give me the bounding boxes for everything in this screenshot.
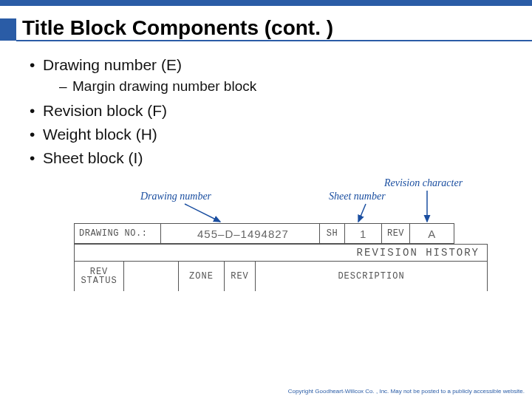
callout-arrows [74,180,488,225]
bullet-weight-block: Weight block (H) [30,126,502,143]
callouts: Drawing number Sheet number Revision cha… [74,180,480,210]
bullet-sheet-block: Sheet block (I) [30,149,502,167]
col-zone: ZONE [179,262,225,291]
bullet-text: Drawing number (E) [43,56,182,73]
top-bar [0,0,532,6]
footer-copyright: Copyright Goodheart-Willcox Co. , Inc. M… [288,388,525,395]
figure: Drawing number Sheet number Revision cha… [74,180,480,306]
bullet-revision-block: Revision block (F) [30,102,502,120]
bullet-list: Drawing number (E) Margin drawing number… [30,56,502,167]
sh-label: SH [320,223,345,244]
title-block: Title Block Components (cont. ) [0,16,532,41]
col-status-blank [124,262,179,291]
svg-line-0 [185,204,220,222]
col-description: DESCRIPTION [256,262,488,291]
body: Drawing number (E) Margin drawing number… [0,41,532,306]
col-rev-line2: STATUS [81,276,117,285]
slide-title: Title Block Components (cont. ) [16,16,333,41]
col-rev2: REV [225,262,256,291]
drawing-no-label: DRAWING NO.: [74,223,161,244]
bullet-text: Revision block (F) [43,102,167,119]
sub-bullet-text: Margin drawing number block [72,78,256,94]
slide: Title Block Components (cont. ) Drawing … [0,0,532,399]
sh-value: 1 [345,223,382,244]
title-block-row: DRAWING NO.: 455–D–1494827 SH 1 REV A [74,223,480,244]
svg-line-1 [358,204,366,222]
col-rev-status: REV STATUS [74,262,124,291]
bullet-text: Sheet block (I) [43,149,143,166]
bullet-drawing-number: Drawing number (E) Margin drawing number… [30,56,502,95]
revision-history-block: REVISION HISTORY REV STATUS ZONE REV DES… [74,244,488,291]
bullet-text: Weight block (H) [43,126,157,143]
revision-history-header: REVISION HISTORY [74,244,488,262]
drawing-no-value: 455–D–1494827 [161,223,320,244]
title-accent [0,18,16,41]
sub-bullet-margin: Margin drawing number block [59,78,502,95]
rev-label: REV [382,223,410,244]
rev-value: A [410,223,454,244]
